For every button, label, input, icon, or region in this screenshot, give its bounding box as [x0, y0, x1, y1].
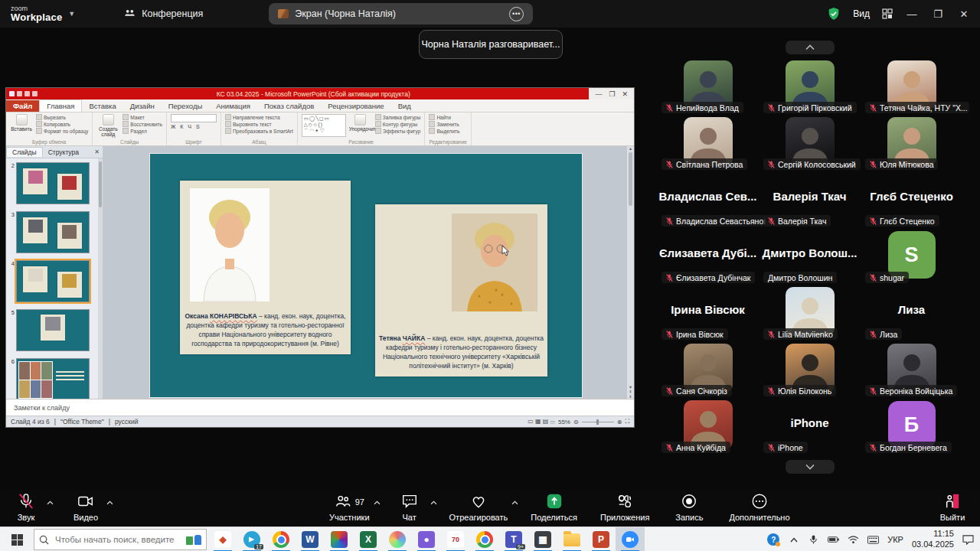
- office-365-icon[interactable]: [325, 527, 354, 551]
- record-button[interactable]: Запись: [672, 493, 706, 522]
- leave-button[interactable]: Выйти: [936, 493, 969, 522]
- chevron-up-icon[interactable]: [511, 497, 518, 502]
- ribbon-tab[interactable]: Показ слайдов: [257, 100, 321, 112]
- participant-tile[interactable]: Владислав Сев... Владислав Севастьянов: [657, 171, 759, 228]
- ppt-restore-button[interactable]: ❐: [609, 90, 615, 98]
- participant-tile[interactable]: Дмитро Волош... Дмитро Волошин: [759, 228, 861, 285]
- hidden-icons-chevron[interactable]: [788, 534, 799, 546]
- font-controls[interactable]: Ж К Ч S: [171, 114, 217, 129]
- zoom-in-icon[interactable]: ⊕: [617, 419, 622, 425]
- ribbon-button[interactable]: Вырезать: [36, 114, 88, 120]
- participant-tile[interactable]: Анна Куйбіда: [657, 398, 759, 455]
- photos-app-icon[interactable]: ◆: [208, 527, 237, 551]
- restore-button[interactable]: ❐: [931, 8, 945, 20]
- search-input[interactable]: [54, 534, 181, 545]
- ribbon-big-button[interactable]: Создать слайд: [96, 114, 119, 137]
- participants-scroll-down[interactable]: [786, 460, 835, 474]
- zoom-app-icon[interactable]: [616, 527, 645, 551]
- ribbon-button[interactable]: Найти: [429, 114, 459, 120]
- recorder-app-icon[interactable]: ●: [412, 527, 441, 551]
- participant-tile[interactable]: Lilia Matviienko: [759, 285, 861, 341]
- react-button[interactable]: Отреагировать: [449, 493, 508, 522]
- participant-tile[interactable]: Саня Січкоріз: [657, 341, 759, 398]
- help-icon[interactable]: ?: [767, 533, 779, 546]
- media-app-icon[interactable]: [383, 527, 412, 551]
- ribbon-tab[interactable]: Вставка: [82, 100, 122, 112]
- share-button[interactable]: Поделиться: [531, 493, 577, 522]
- excel-icon[interactable]: X: [354, 527, 383, 551]
- more-button[interactable]: Дополнительно: [729, 493, 789, 522]
- ribbon-button[interactable]: Эффекты фигур: [375, 128, 421, 134]
- chevron-down-icon[interactable]: ▼: [68, 10, 75, 18]
- quick-access-toolbar[interactable]: [9, 91, 38, 96]
- ribbon-button[interactable]: Восстановить: [122, 121, 162, 127]
- tab-options-icon[interactable]: •••: [509, 7, 524, 21]
- participant-tile[interactable]: Непийвода Влад: [657, 58, 759, 115]
- teams-icon[interactable]: T9+: [499, 527, 528, 551]
- participant-tile[interactable]: Ірина Вівсюк Ірина Вівсюк: [657, 285, 759, 341]
- participant-tile[interactable]: Григорій Пірковский: [759, 58, 861, 115]
- ribbon-button[interactable]: Раздел: [122, 128, 162, 134]
- tab-outline[interactable]: Структура: [43, 148, 84, 157]
- chat-button[interactable]: Чат: [393, 493, 426, 522]
- participant-tile[interactable]: S shugar: [861, 228, 962, 285]
- ribbon-button[interactable]: Копировать: [36, 121, 88, 127]
- tab-slides[interactable]: Слайды: [6, 147, 43, 157]
- action-center-icon[interactable]: [962, 534, 974, 546]
- apps-button[interactable]: Приложения: [600, 493, 649, 522]
- participant-tile[interactable]: Юлія Білоконь: [759, 341, 861, 398]
- audio-button[interactable]: Звук: [9, 493, 43, 522]
- minimize-button[interactable]: —: [905, 8, 919, 20]
- telegram-icon[interactable]: ▲17: [237, 527, 266, 551]
- chrome-icon[interactable]: [266, 527, 296, 551]
- start-button[interactable]: [0, 527, 34, 551]
- chevron-up-icon[interactable]: [374, 497, 380, 502]
- chevron-up-icon[interactable]: [106, 497, 113, 502]
- participant-tile[interactable]: Світлана Петрова: [657, 115, 759, 171]
- chrome-2-icon[interactable]: [470, 527, 499, 551]
- panel-close-icon[interactable]: ✕: [94, 148, 100, 155]
- battery-icon[interactable]: [828, 534, 839, 546]
- participant-tile[interactable]: Єлизавета Дубі... Єлизавета Дубінчак: [657, 228, 759, 285]
- slide-thumbnail[interactable]: 4: [8, 260, 101, 302]
- slide-thumbnail[interactable]: 2: [8, 162, 101, 204]
- ribbon-tab[interactable]: Вид: [391, 100, 418, 112]
- ribbon-tab[interactable]: Главная: [39, 99, 82, 112]
- participant-tile[interactable]: Юля Мітюкова: [861, 115, 962, 171]
- ppt-minimize-button[interactable]: —: [595, 90, 602, 98]
- current-slide[interactable]: Оксана КОНАРІВСЬКА – канд. екон. наук, д…: [150, 154, 582, 397]
- participant-tile[interactable]: Сергій Колосовський: [759, 115, 861, 171]
- tab-conference[interactable]: Конференция: [124, 8, 203, 20]
- view-button[interactable]: Вид: [853, 8, 870, 19]
- clock[interactable]: 11:15 03.04.2025: [912, 529, 954, 550]
- ribbon-button[interactable]: Формат по образцу: [36, 128, 88, 134]
- slide-thumbnail[interactable]: 3: [8, 211, 101, 253]
- person-card-right[interactable]: Тетяна ЧАЙКА – канд. екон. наук, доцентк…: [375, 204, 547, 377]
- participants-button[interactable]: 97 Участники: [329, 493, 370, 522]
- ribbon-big-button[interactable]: Вставить: [10, 114, 33, 132]
- shapes-gallery[interactable]: ▭◯╲◻▭△◇☆()⌒◠✦▽: [302, 114, 346, 137]
- badge-70-icon[interactable]: 70: [441, 527, 470, 551]
- ribbon-button[interactable]: Заливка фигуры: [375, 114, 421, 120]
- ribbon-button[interactable]: Выделить: [429, 128, 459, 134]
- notes-area[interactable]: Заметки к слайду: [6, 399, 634, 416]
- ribbon-tab[interactable]: Рецензирование: [321, 100, 390, 112]
- ribbon-button[interactable]: Заменить: [429, 121, 459, 127]
- participant-tile[interactable]: iPhone iPhone: [759, 398, 861, 455]
- tab-screen-share[interactable]: Экран (Чорна Наталія) •••: [269, 3, 533, 24]
- word-icon[interactable]: W: [296, 527, 325, 551]
- slide-thumbnail[interactable]: 6: [8, 358, 101, 399]
- view-buttons[interactable]: ▭ ▦ ▤ 𝄙: [528, 418, 555, 425]
- participant-tile[interactable]: Вероніка Войціцька: [861, 341, 962, 398]
- ribbon-button[interactable]: Преобразовать в SmartArt: [225, 128, 293, 134]
- ribbon-button[interactable]: Макет: [122, 114, 162, 120]
- powerpoint-icon[interactable]: P: [586, 527, 616, 551]
- slide-thumbnail[interactable]: 5: [8, 309, 101, 351]
- calculator-icon[interactable]: ▦: [528, 527, 557, 551]
- video-button[interactable]: Видео: [69, 493, 103, 522]
- participant-tile[interactable]: Тетяна Чайка, НТУ "Х...: [861, 58, 962, 115]
- taskbar-search[interactable]: [34, 529, 207, 550]
- view-layout-icon[interactable]: [882, 8, 893, 19]
- chevron-up-icon[interactable]: [47, 497, 53, 502]
- ribbon-tab[interactable]: Анимация: [209, 100, 257, 112]
